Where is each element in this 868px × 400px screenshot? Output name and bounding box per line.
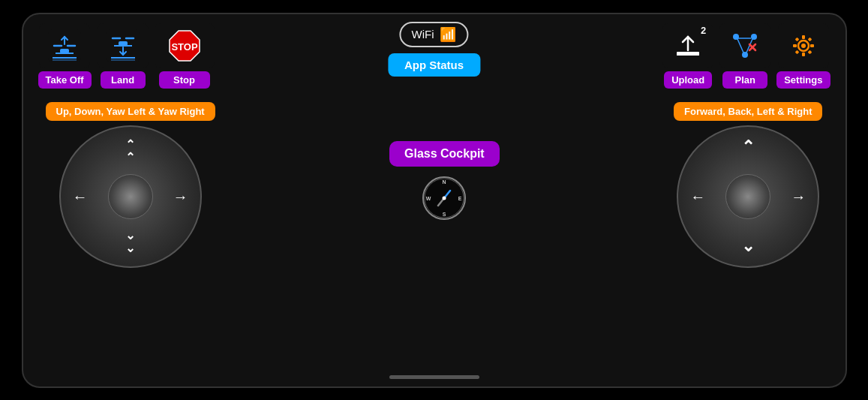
stop-label[interactable]: Stop — [159, 71, 210, 89]
left-arrow-up: ⌃ ⌃ — [125, 139, 135, 164]
upload-badge-num: 2 — [701, 25, 706, 36]
right-joystick-section: Forward, Back, Left & Right ⌃ ⌄ ← → — [674, 102, 822, 268]
svg-rect-33 — [808, 37, 812, 41]
svg-rect-31 — [810, 44, 814, 47]
settings-label[interactable]: Settings — [776, 71, 830, 89]
left-joystick[interactable]: ⌃ ⌃ ⌄ ⌄ ← → — [59, 125, 202, 268]
land-label[interactable]: Land — [101, 71, 146, 89]
joystick-area: Up, Down, Yaw Left & Yaw Right ⌃ ⌃ ⌄ — [23, 102, 845, 268]
upload-label[interactable]: Upload — [664, 71, 712, 89]
center-section: Glass Cockpit N S E W — [389, 141, 500, 228]
svg-line-22 — [737, 39, 743, 53]
plan-label[interactable]: Plan — [722, 71, 767, 89]
svg-rect-17 — [677, 54, 699, 56]
app-container: Take Off — [22, 13, 847, 388]
left-joystick-outer[interactable]: ⌃ ⌃ ⌄ ⌄ ← → — [59, 125, 202, 268]
bottom-bar-indicator — [389, 375, 479, 379]
stop-group: STOP Stop — [155, 23, 215, 89]
right-arrow-down: ⌄ — [741, 238, 755, 254]
right-controls: 2 Upload — [662, 23, 830, 89]
svg-text:N: N — [443, 179, 446, 185]
glass-cockpit-button[interactable]: Glass Cockpit — [389, 141, 500, 167]
left-arrow-down: ⌄ ⌄ — [125, 230, 135, 254]
takeoff-icon — [48, 29, 81, 62]
svg-text:STOP: STOP — [171, 41, 197, 53]
stop-icon-box: STOP — [155, 23, 215, 68]
upload-icon-box: 2 — [662, 23, 713, 68]
top-bar: Take Off — [23, 14, 845, 95]
left-joystick-knob[interactable] — [108, 174, 153, 219]
svg-point-27 — [801, 44, 806, 48]
svg-rect-35 — [808, 50, 812, 54]
right-joystick-outer[interactable]: ⌃ ⌄ ← → — [677, 125, 819, 268]
right-joystick-label: Forward, Back, Left & Right — [674, 102, 822, 121]
settings-icon — [787, 29, 820, 62]
settings-group: Settings — [776, 23, 830, 89]
takeoff-label[interactable]: Take Off — [38, 71, 92, 89]
right-joystick[interactable]: ⌃ ⌄ ← → — [677, 125, 819, 268]
left-controls: Take Off — [38, 23, 215, 89]
upload-icon — [673, 31, 703, 61]
svg-rect-34 — [795, 50, 800, 54]
left-arrow-left: ← — [73, 189, 88, 204]
wifi-label: WiFi — [411, 28, 434, 41]
svg-rect-30 — [793, 44, 797, 47]
wifi-badge: WiFi 📶 — [399, 22, 468, 47]
right-arrow-left: ← — [690, 189, 705, 204]
land-group: Land — [98, 23, 149, 89]
svg-text:S: S — [443, 212, 446, 217]
stop-sign-icon: STOP — [166, 27, 203, 65]
center-top-controls: WiFi 📶 App Status — [388, 22, 480, 77]
upload-group: 2 Upload — [662, 23, 713, 89]
svg-point-20 — [742, 52, 748, 58]
svg-rect-29 — [802, 53, 805, 56]
compass-icon: N S E W — [422, 176, 467, 221]
right-arrow-right: → — [791, 189, 806, 204]
takeoff-group: Take Off — [38, 23, 92, 89]
svg-point-19 — [751, 34, 757, 40]
land-icon-box — [98, 23, 149, 68]
left-joystick-section: Up, Down, Yaw Left & Yaw Right ⌃ ⌃ ⌄ — [46, 102, 215, 268]
right-arrow-up: ⌃ — [741, 139, 755, 155]
takeoff-icon-box — [39, 23, 90, 68]
svg-point-18 — [733, 34, 739, 40]
svg-rect-2 — [60, 49, 69, 53]
plan-icon — [728, 29, 761, 62]
svg-text:E: E — [458, 196, 462, 201]
right-joystick-knob[interactable] — [725, 174, 770, 219]
land-icon — [107, 29, 140, 62]
left-joystick-label: Up, Down, Yaw Left & Yaw Right — [46, 102, 215, 121]
svg-text:W: W — [426, 196, 431, 201]
wifi-icon: 📶 — [440, 26, 456, 43]
app-status-button[interactable]: App Status — [388, 53, 480, 77]
svg-rect-32 — [795, 37, 800, 41]
plan-group: Plan — [719, 23, 770, 89]
svg-point-44 — [443, 197, 446, 200]
left-arrow-right: → — [173, 189, 188, 204]
plan-icon-box — [719, 23, 770, 68]
svg-rect-28 — [802, 35, 805, 39]
settings-icon-box — [778, 23, 829, 68]
